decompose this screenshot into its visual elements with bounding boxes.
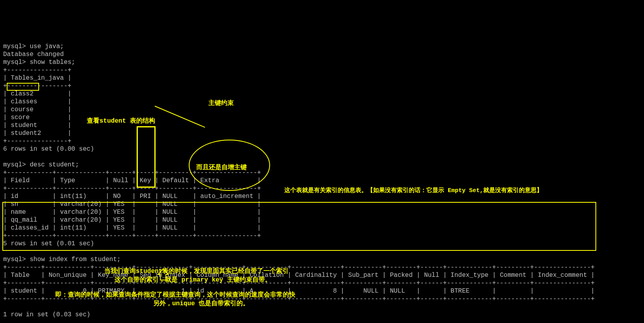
highlight-index-table	[2, 202, 596, 251]
prompt: mysql>	[3, 161, 26, 168]
terminal-output: mysql> use java; Database changed mysql>…	[3, 35, 641, 323]
cell: NO	[113, 193, 120, 200]
col-header: Comment	[500, 272, 526, 279]
cell: PRI	[140, 193, 151, 200]
cell: id	[11, 193, 18, 200]
annotation-pk: 主键约束	[208, 99, 234, 107]
annotation-indexinfo: 这个表就是有关索引的信息表。【如果没有索引的话：它显示 Empty Set,就是…	[284, 187, 543, 195]
col-header: Non_unique	[49, 272, 86, 279]
highlight-key-column	[137, 126, 156, 188]
col-header: Sub_part	[348, 272, 379, 279]
cell: 8	[333, 288, 337, 295]
col-header: Default	[162, 177, 189, 184]
table-row: course	[11, 106, 34, 113]
table-row: class2	[11, 90, 34, 97]
table-row: student2	[11, 130, 41, 137]
table-row: score	[11, 114, 30, 121]
cell: NULL	[390, 288, 405, 295]
index-footer: 1 row in set (0.03 sec)	[3, 311, 90, 318]
tables-header: Tables_in_java	[11, 75, 64, 82]
col-header: Index_comment	[538, 272, 587, 279]
cell: student	[11, 288, 37, 295]
cmd-show-index: show index from student;	[30, 256, 120, 263]
arrow-up-icon	[156, 252, 170, 289]
table-row: classes	[11, 98, 37, 105]
annotation-conclusion2: 另外，unique 也是自带索引的。	[153, 300, 249, 308]
cmd-show-tables: show tables;	[30, 59, 75, 66]
annotation-found2: 这个自带的索引，就是 primary key 主键约束自带。	[115, 276, 271, 284]
annotation-conclusion1: 即：查询的时候，如果查询条件指定了根据主键查询，这个时候查询的速度会非常的快	[55, 291, 295, 299]
cell: int(11)	[60, 193, 86, 200]
prompt: mysql>	[3, 43, 26, 50]
col-header: Packed	[390, 272, 413, 279]
prompt: mysql>	[3, 256, 26, 263]
annotation-found1: 当我们查询student表的时候，发现里面其实已经自带了一个索引	[104, 267, 289, 275]
col-header: Null	[113, 177, 128, 184]
col-header: Null	[424, 272, 439, 279]
col-header: Type	[60, 177, 75, 184]
cell: auto_increment	[200, 193, 253, 200]
prompt: mysql>	[3, 59, 26, 66]
cell: BTREE	[451, 288, 469, 295]
resp-db-changed: Database changed	[3, 51, 64, 58]
cell: NULL	[162, 193, 177, 200]
tables-footer: 6 rows in set (0.00 sec)	[3, 146, 94, 153]
cmd-desc: desc student;	[30, 161, 79, 168]
col-header: Field	[11, 177, 30, 184]
cmd-use: use java;	[30, 43, 64, 50]
table-row: student	[11, 122, 37, 129]
highlight-student	[7, 83, 39, 91]
col-header: Cardinality	[295, 272, 337, 279]
col-header: Index_type	[451, 272, 488, 279]
cell: NULL	[363, 288, 378, 295]
annotation-desc: 查看student 表的结构	[87, 117, 155, 125]
col-header: Table	[11, 272, 30, 279]
annotation-autoinc: 而且还是自增主键	[196, 164, 247, 172]
